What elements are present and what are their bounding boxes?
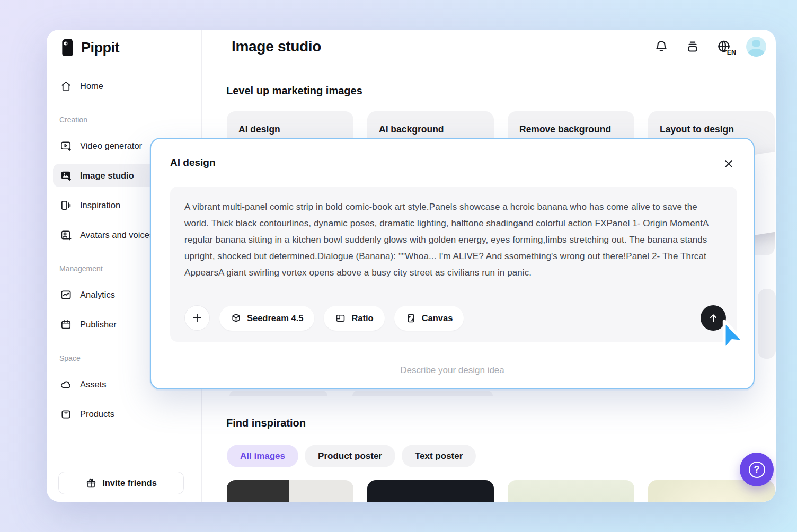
sidebar-item-label: Inspiration xyxy=(80,200,120,210)
analytics-icon xyxy=(60,289,72,301)
page-title: Image studio xyxy=(232,38,321,55)
image-studio-icon xyxy=(60,170,72,182)
sidebar-item-label: Analytics xyxy=(80,290,115,300)
notification-bell-icon[interactable] xyxy=(652,38,670,56)
close-icon[interactable] xyxy=(722,157,736,171)
ratio-icon xyxy=(335,313,346,324)
sidebar-item-home[interactable]: Home xyxy=(53,74,197,97)
card-label: AI background xyxy=(379,124,494,135)
marketing-section-title: Level up marketing images xyxy=(226,85,362,97)
thumbnail-image xyxy=(508,480,634,502)
inspiration-icon xyxy=(60,199,72,211)
design-idea-placeholder: Describe your design idea xyxy=(151,365,754,376)
inspiration-thumbnail-3[interactable] xyxy=(508,480,634,502)
avatar-head-shape xyxy=(752,40,760,47)
card-label: AI design xyxy=(238,124,353,135)
video-generator-icon xyxy=(60,140,72,152)
products-bag-icon xyxy=(60,408,72,420)
prompt-input-area[interactable]: A vibrant multi-panel comic strip in bol… xyxy=(170,187,737,342)
add-attachment-button[interactable] xyxy=(184,305,210,331)
sidebar-item-label: Products xyxy=(80,409,114,419)
background-panel-partial xyxy=(758,289,776,359)
thumbnail-image xyxy=(227,480,289,502)
assets-cloud-icon xyxy=(60,378,72,391)
sidebar-item-products[interactable]: Products xyxy=(53,402,197,425)
app-window: Image studio EN Level up xyxy=(47,30,776,502)
ratio-chip-label: Ratio xyxy=(351,313,373,323)
canvas-icon xyxy=(405,313,417,324)
question-mark-icon xyxy=(749,462,765,478)
sidebar-item-label: Home xyxy=(80,81,103,91)
model-selector-chip[interactable]: Seedream 4.5 xyxy=(219,306,314,331)
inspiration-section-title: Find inspiration xyxy=(226,417,306,429)
language-label: EN xyxy=(727,49,736,56)
sidebar-item-label: Publisher xyxy=(80,320,117,330)
section-label-creation: Creation xyxy=(59,116,87,124)
prompt-text[interactable]: A vibrant multi-panel comic strip in bol… xyxy=(184,199,723,281)
invite-friends-button[interactable]: Invite friends xyxy=(58,472,184,494)
card-label: Layout to design xyxy=(660,124,775,135)
model-chip-label: Seedream 4.5 xyxy=(247,313,303,323)
invite-friends-label: Invite friends xyxy=(102,478,157,488)
filter-product-poster[interactable]: Product poster xyxy=(305,445,395,467)
filter-text-poster[interactable]: Text poster xyxy=(402,445,476,467)
user-avatar[interactable] xyxy=(746,37,766,57)
topbar: EN xyxy=(652,36,766,58)
model-cube-icon xyxy=(231,313,242,324)
sidebar-item-label: Image studio xyxy=(80,171,134,181)
background-pill-partial xyxy=(352,391,493,396)
filter-all-images[interactable]: All images xyxy=(227,445,298,467)
pippit-logo-icon xyxy=(59,38,76,57)
inspiration-thumbnail-1[interactable] xyxy=(227,480,353,502)
modal-title: AI design xyxy=(170,157,216,169)
home-icon xyxy=(60,80,72,92)
gift-icon xyxy=(85,477,97,489)
publisher-calendar-icon xyxy=(60,318,72,331)
ai-design-modal: AI design A vibrant multi-panel comic st… xyxy=(150,138,755,389)
sidebar-item-label: Avatars and voices xyxy=(80,230,154,240)
section-label-space: Space xyxy=(59,354,81,362)
app-logo[interactable]: Pippit xyxy=(59,38,119,57)
ratio-chip[interactable]: Ratio xyxy=(324,306,384,331)
thumbnail-image xyxy=(289,480,353,502)
background-pill-partial xyxy=(229,391,327,396)
section-label-management: Management xyxy=(59,264,103,273)
arrow-up-icon xyxy=(707,312,720,324)
sidebar-item-label: Assets xyxy=(80,379,107,389)
avatar-body-shape xyxy=(748,49,765,57)
avatars-icon xyxy=(60,229,72,241)
generate-submit-button[interactable] xyxy=(701,305,726,331)
inspiration-filters: All images Product poster Text poster xyxy=(227,445,476,467)
inspiration-thumbnail-2[interactable] xyxy=(367,480,494,502)
plan-stack-icon[interactable] xyxy=(684,38,702,56)
sidebar-item-label: Video generator xyxy=(80,141,142,151)
card-label: Remove background xyxy=(519,124,634,135)
language-globe-icon[interactable]: EN xyxy=(715,38,733,56)
help-button[interactable] xyxy=(740,453,774,486)
brand-name: Pippit xyxy=(81,40,119,56)
thumbnail-image xyxy=(367,480,494,502)
prompt-toolbar: Seedream 4.5 Ratio Canvas xyxy=(184,305,464,331)
canvas-chip-label: Canvas xyxy=(422,313,453,323)
canvas-chip[interactable]: Canvas xyxy=(394,306,464,331)
